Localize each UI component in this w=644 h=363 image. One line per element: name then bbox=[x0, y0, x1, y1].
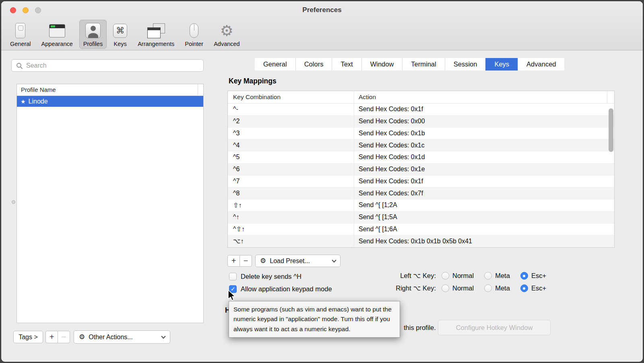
key-mapping-row[interactable]: ^2 Send Hex Codes: 0x00 bbox=[228, 116, 614, 128]
pointer-icon bbox=[190, 22, 198, 39]
toolbar-item-label: Advanced bbox=[214, 41, 240, 47]
load-preset-dropdown[interactable]: ⚙ Load Preset... bbox=[255, 255, 341, 267]
key-combination-cell: ^5 bbox=[228, 151, 354, 163]
key-mapping-row[interactable]: ^3 Send Hex Codes: 0x1b bbox=[228, 128, 614, 140]
key-mapping-row[interactable]: ^4 Send Hex Codes: 0x1c bbox=[228, 139, 614, 151]
action-cell: Send Hex Codes: 0x1b bbox=[354, 128, 425, 139]
configure-hotkey-window-button[interactable]: Configure Hotkey Window bbox=[438, 320, 551, 335]
key-mappings-header[interactable]: Key Combination Action bbox=[228, 91, 614, 104]
tags-button[interactable]: Tags > bbox=[13, 331, 43, 343]
tab-label: Text bbox=[341, 60, 353, 68]
gear-icon: ⚙ bbox=[79, 334, 85, 340]
toolbar-item-advanced[interactable]: ⚙ Advanced bbox=[210, 20, 244, 49]
profile-tab[interactable]: Session bbox=[445, 58, 486, 71]
mouse-cursor-icon bbox=[227, 290, 238, 302]
profile-tab[interactable]: Text bbox=[332, 58, 361, 71]
action-cell: Send Hex Codes: 0x1f bbox=[354, 176, 423, 187]
key-combination-cell: ^4 bbox=[228, 139, 354, 151]
radio-selected-icon[interactable] bbox=[520, 284, 528, 292]
tab-label: Terminal bbox=[411, 60, 436, 68]
profile-tab[interactable]: Terminal bbox=[402, 58, 444, 71]
table-scrollbar-thumb[interactable] bbox=[609, 108, 613, 152]
other-actions-dropdown[interactable]: ⚙ Other Actions... bbox=[74, 330, 170, 344]
default-profile-star-icon: ★ bbox=[21, 98, 26, 105]
tab-label: Session bbox=[454, 60, 477, 68]
key-mapping-row[interactable]: ^⇧↑ Send ^[ [1;6A bbox=[228, 224, 614, 236]
toolbar-item-keys[interactable]: ⌘ Keys bbox=[109, 20, 131, 49]
key-mapping-row[interactable]: ^7 Send Hex Codes: 0x1f bbox=[228, 176, 614, 188]
tab-label: Advanced bbox=[526, 60, 556, 68]
keypad-mode-tooltip: Some programs (such as vim and emacs) wa… bbox=[229, 301, 400, 338]
profile-tab[interactable]: Window bbox=[361, 58, 402, 71]
key-combination-cell: ^6 bbox=[228, 164, 354, 175]
key-mapping-row[interactable]: ^5 Send Hex Codes: 0x1d bbox=[228, 151, 614, 164]
left-option-meta[interactable]: Meta bbox=[484, 272, 510, 280]
add-key-mapping-button[interactable]: + bbox=[227, 255, 240, 267]
key-mapping-row[interactable]: ^6 Send Hex Codes: 0x1e bbox=[228, 164, 614, 176]
profile-tab[interactable]: General bbox=[255, 58, 295, 71]
radio-option-label: Esc+ bbox=[531, 284, 546, 292]
action-cell: Send Hex Codes: 0x1b 0x1b 0x5b 0x41 bbox=[354, 235, 472, 247]
key-combination-cell: ^7 bbox=[228, 176, 354, 187]
keys-icon: ⌘ bbox=[113, 22, 127, 39]
minimize-button[interactable] bbox=[23, 7, 29, 13]
toolbar-item-arrangements[interactable]: Arrangements bbox=[134, 20, 178, 49]
right-option-key-label: Right ⌥ Key: bbox=[387, 284, 436, 292]
profile-row-linode[interactable]: ★ Linode bbox=[17, 96, 203, 107]
right-option-meta[interactable]: Meta bbox=[484, 284, 510, 292]
tab-label: Window bbox=[370, 60, 394, 68]
right-option-key-group: Right ⌥ Key: Normal Meta Esc+ bbox=[387, 284, 557, 292]
action-column-header: Action bbox=[359, 93, 376, 101]
radio-icon[interactable] bbox=[442, 284, 449, 292]
key-mapping-row[interactable]: ^8 Send Hex Codes: 0x7f bbox=[228, 187, 614, 199]
zoom-button[interactable] bbox=[35, 7, 41, 13]
window-chrome: Preferences General Appearance Profiles bbox=[1, 1, 643, 50]
profile-tab[interactable]: Colors bbox=[295, 58, 332, 71]
toolbar-item-profiles[interactable]: Profiles bbox=[79, 20, 107, 49]
command-icon: ⌘ bbox=[116, 26, 124, 35]
toolbar-item-appearance[interactable]: Appearance bbox=[37, 20, 77, 49]
remove-key-mapping-button[interactable]: − bbox=[239, 255, 252, 267]
toolbar-item-label: Profiles bbox=[83, 41, 103, 47]
right-option-esc[interactable]: Esc+ bbox=[520, 284, 546, 292]
radio-option-label: Esc+ bbox=[531, 272, 546, 280]
action-cell: Send Hex Codes: 0x7f bbox=[354, 187, 423, 199]
toolbar-item-label: Pointer bbox=[185, 41, 203, 47]
left-option-key-group: Left ⌥ Key: Normal Meta Esc+ bbox=[387, 272, 557, 280]
radio-icon[interactable] bbox=[484, 284, 492, 292]
right-option-normal[interactable]: Normal bbox=[442, 284, 474, 292]
sidebar-splitter-knob[interactable] bbox=[12, 200, 15, 204]
radio-selected-icon[interactable] bbox=[520, 272, 528, 280]
left-option-normal[interactable]: Normal bbox=[442, 272, 474, 280]
radio-icon[interactable] bbox=[484, 272, 492, 280]
key-mapping-row[interactable]: ^↑ Send ^[ [1;5A bbox=[228, 212, 614, 224]
add-profile-button[interactable]: + bbox=[45, 331, 58, 343]
key-mapping-row[interactable]: ^- Send Hex Codes: 0x1f bbox=[228, 104, 614, 116]
key-mapping-row[interactable]: ⌥↑ Send Hex Codes: 0x1b 0x1b 0x5b 0x41 bbox=[228, 235, 614, 247]
left-option-esc[interactable]: Esc+ bbox=[520, 272, 546, 280]
column-divider bbox=[354, 91, 354, 247]
profile-name: Linode bbox=[29, 98, 48, 105]
window-title: Preferences bbox=[1, 6, 643, 14]
profile-list-header[interactable]: Profile Name bbox=[17, 84, 203, 96]
action-cell: Send Hex Codes: 0x1c bbox=[354, 139, 425, 151]
radio-icon[interactable] bbox=[442, 272, 449, 280]
key-mapping-row[interactable]: ⇧↑ Send ^[ [1;2A bbox=[228, 199, 614, 212]
hotkey-sentence-partial: this profile. bbox=[404, 324, 436, 332]
remove-profile-button[interactable]: − bbox=[58, 331, 70, 343]
search-icon bbox=[16, 62, 23, 69]
profile-search-field[interactable] bbox=[11, 59, 204, 72]
load-preset-label: Load Preset... bbox=[270, 257, 310, 265]
profile-tab[interactable]: Advanced bbox=[518, 58, 564, 71]
toolbar-item-pointer[interactable]: Pointer bbox=[181, 20, 207, 49]
radio-option-label: Meta bbox=[495, 284, 510, 292]
search-input[interactable] bbox=[26, 61, 200, 70]
preferences-window: Preferences General Appearance Profiles bbox=[1, 1, 643, 362]
profile-tab[interactable]: Keys bbox=[485, 58, 518, 71]
action-cell: Send Hex Codes: 0x1f bbox=[354, 104, 423, 115]
toolbar-item-general[interactable]: General bbox=[6, 20, 35, 49]
preferences-toolbar: General Appearance Profiles ⌘ Keys bbox=[6, 20, 244, 49]
delete-key-checkbox[interactable] bbox=[229, 273, 237, 280]
tab-label: General bbox=[263, 60, 287, 68]
close-button[interactable] bbox=[10, 7, 16, 13]
